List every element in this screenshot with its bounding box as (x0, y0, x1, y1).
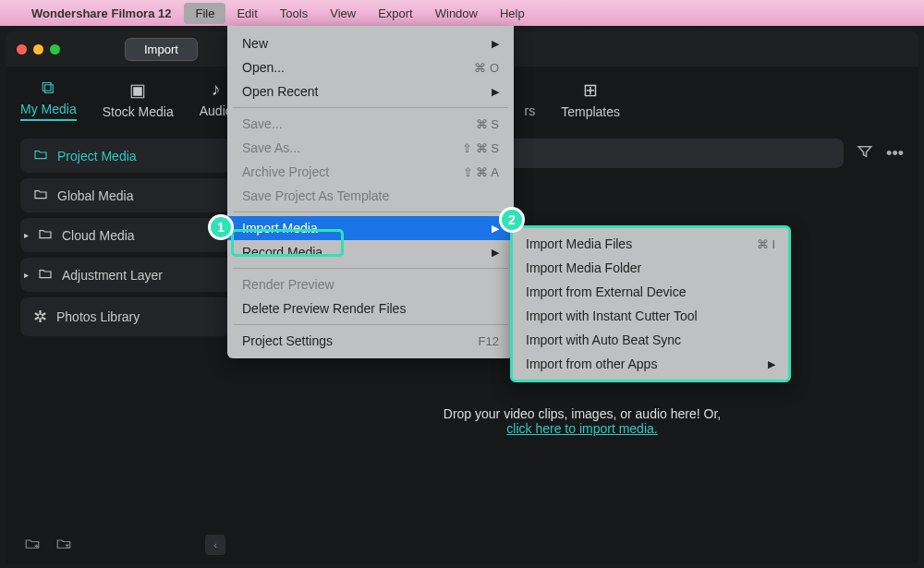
submenu-item-label: Import Media Files (526, 236, 632, 251)
sidebar-item-label: Global Media (57, 188, 134, 203)
chevron-right-icon: ▸ (24, 270, 29, 280)
menu-item-open-[interactable]: Open...⌘ O (227, 55, 514, 79)
menu-file[interactable]: File (184, 3, 225, 24)
close-icon[interactable] (17, 44, 27, 54)
import-media-submenu: Import Media Files⌘ IImport Media Folder… (510, 225, 791, 382)
drop-hint: Drop your video clips, images, or audio … (246, 406, 918, 436)
menu-tools[interactable]: Tools (269, 3, 319, 24)
menu-item-label: New (242, 36, 268, 51)
separator (233, 107, 508, 108)
minimize-icon[interactable] (33, 44, 43, 54)
folder-icon (38, 267, 53, 283)
folder-icon (38, 227, 53, 243)
menu-item-record-media[interactable]: Record Media▶ (227, 240, 514, 264)
bottom-bar: ‹ (6, 526, 918, 563)
chevron-right-icon: ▶ (768, 358, 775, 370)
sidebar-item-label: Project Media (57, 149, 137, 163)
app-name[interactable]: Wondershare Filmora 12 (31, 6, 171, 20)
menu-item-archive-project: Archive Project⇧ ⌘ A (227, 160, 514, 184)
menu-item-label: Import Media (242, 221, 318, 236)
menu-item-open-recent[interactable]: Open Recent▶ (227, 79, 514, 103)
photos-icon: ✲ (33, 307, 47, 327)
submenu-item-import-with-auto-beat-sync[interactable]: Import with Auto Beat Sync (513, 328, 788, 352)
tab-stock-media[interactable]: ▣Stock Media (103, 79, 174, 125)
folder-icon (33, 148, 48, 163)
submenu-item-label: Import with Instant Cutter Tool (526, 308, 698, 323)
import-button[interactable]: Import (125, 38, 198, 61)
menu-item-import-media[interactable]: Import Media▶ (227, 216, 514, 240)
sidebar-item-project-media[interactable]: Project Media (20, 139, 231, 173)
shortcut: ⇧ ⌘ S (462, 141, 499, 155)
mac-menubar: Wondershare Filmora 12 FileEditToolsView… (0, 0, 924, 26)
tab-icon: ⧉ (42, 78, 55, 98)
submenu-item-import-media-files[interactable]: Import Media Files⌘ I (513, 232, 788, 256)
tab-fragment: rs (525, 79, 536, 124)
sidebar-item-cloud-media[interactable]: ▸Cloud Media (20, 218, 231, 252)
shortcut: ⇧ ⌘ A (463, 165, 499, 179)
tab-label: Templates (561, 104, 620, 119)
submenu-item-import-with-instant-cutter-tool[interactable]: Import with Instant Cutter Tool (513, 304, 788, 328)
collapse-sidebar-icon[interactable]: ‹ (205, 535, 225, 555)
menu-item-label: Record Media (242, 245, 322, 260)
tab-label: My Media (20, 102, 77, 121)
chevron-right-icon: ▶ (492, 86, 499, 98)
file-menu-dropdown: New▶Open...⌘ OOpen Recent▶Save...⌘ SSave… (227, 26, 514, 358)
new-folder-icon[interactable] (24, 536, 41, 554)
filter-icon[interactable] (857, 143, 873, 164)
submenu-item-label: Import with Auto Beat Sync (526, 332, 681, 347)
submenu-item-import-media-folder[interactable]: Import Media Folder (513, 256, 788, 280)
trash-folder-icon[interactable] (55, 536, 72, 554)
sidebar-item-label: Photos Library (56, 309, 140, 324)
menu-item-label: Save... (242, 116, 283, 131)
separator (233, 324, 508, 325)
menu-item-label: Delete Preview Render Files (242, 301, 406, 316)
separator (233, 268, 508, 269)
tab-label: Stock Media (103, 104, 174, 119)
menu-help[interactable]: Help (489, 3, 536, 24)
maximize-icon[interactable] (50, 44, 60, 54)
tab-templates[interactable]: ⊞Templates (561, 79, 620, 125)
step-badge-2: 2 (499, 207, 525, 233)
submenu-item-label: Import from External Device (526, 284, 687, 299)
menu-item-label: Save As... (242, 140, 300, 155)
tab-my-media[interactable]: ⧉My Media (20, 78, 77, 127)
sidebar-item-global-media[interactable]: Global Media (20, 178, 231, 212)
menu-item-label: Open... (242, 60, 285, 75)
menu-item-save-as-: Save As...⇧ ⌘ S (227, 136, 514, 160)
import-link[interactable]: click here to import media. (506, 421, 657, 436)
sidebar-item-photos-library[interactable]: ✲Photos Library (20, 297, 231, 336)
menu-item-new[interactable]: New▶ (227, 31, 514, 55)
submenu-item-import-from-external-device[interactable]: Import from External Device (513, 280, 788, 304)
menu-item-label: Save Project As Template (242, 188, 389, 203)
sidebar-item-label: Adjustment Layer (62, 268, 163, 283)
sidebar-item-adjustment-layer[interactable]: ▸Adjustment Layer (20, 258, 231, 292)
menu-export[interactable]: Export (367, 3, 424, 24)
menu-item-save-: Save...⌘ S (227, 112, 514, 136)
shortcut: ⌘ I (757, 237, 775, 251)
menu-view[interactable]: View (319, 3, 367, 24)
chevron-right-icon: ▸ (24, 230, 29, 240)
shortcut: ⌘ O (474, 61, 499, 75)
tab-icon: ♪ (212, 79, 221, 100)
sidebar: Project MediaGlobal Media▸Cloud Media▸Ad… (6, 129, 246, 563)
menu-item-label: Render Preview (242, 277, 334, 292)
menu-edit[interactable]: Edit (225, 3, 268, 24)
chevron-right-icon: ▶ (492, 38, 499, 50)
menu-item-delete-preview-render-files[interactable]: Delete Preview Render Files (227, 296, 514, 320)
menu-item-label: Open Recent (242, 84, 319, 99)
traffic-lights (17, 44, 60, 54)
tab-icon: ⊞ (583, 79, 598, 101)
submenu-item-import-from-other-apps[interactable]: Import from other Apps▶ (513, 352, 788, 376)
menu-item-render-preview: Render Preview (227, 272, 514, 296)
folder-icon (33, 187, 48, 203)
chevron-right-icon: ▶ (492, 247, 499, 259)
menu-item-label: Project Settings (242, 333, 333, 348)
more-icon[interactable]: ••• (886, 144, 904, 163)
menu-item-label: Archive Project (242, 164, 329, 179)
tab-icon: ▣ (129, 79, 146, 101)
menu-item-save-project-as-template: Save Project As Template (227, 184, 514, 208)
menu-item-project-settings[interactable]: Project SettingsF12 (227, 329, 514, 353)
shortcut: F12 (479, 334, 499, 348)
shortcut: ⌘ S (476, 117, 499, 131)
menu-window[interactable]: Window (424, 3, 489, 24)
